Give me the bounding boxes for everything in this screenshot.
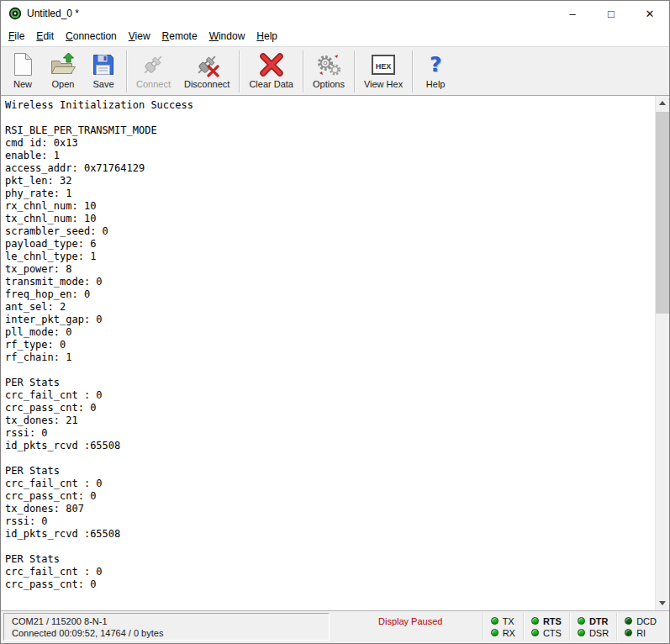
help-button-label: Help	[426, 79, 446, 89]
clear-data-x-icon	[258, 51, 285, 78]
clear-data-button[interactable]: Clear Data	[242, 49, 300, 94]
app-window: Untitled_0 * – □ ✕ File Edit Connection …	[0, 0, 670, 644]
rx-indicator: RX	[491, 628, 515, 638]
disconnect-button-label: Disconnect	[184, 79, 229, 89]
view-hex-button[interactable]: HEX View Hex	[357, 49, 409, 94]
open-button[interactable]: Open	[43, 49, 83, 94]
dcd-indicator-light	[625, 617, 632, 625]
toolbar-separator	[412, 50, 413, 92]
display-paused-label: Display Paused	[378, 613, 442, 641]
terminal-area[interactable]: Wireless Initialization Success RSI_BLE_…	[1, 96, 669, 610]
dtr-indicator-light	[578, 617, 585, 625]
indicator-group-rtscts: RTS CTS	[523, 613, 569, 641]
cts-indicator: CTS	[531, 628, 562, 638]
options-button[interactable]: Options	[306, 49, 351, 94]
scrollbar-thumb[interactable]	[656, 112, 669, 314]
menu-edit[interactable]: Edit	[30, 28, 60, 45]
close-button[interactable]: ✕	[630, 1, 669, 26]
vertical-scrollbar[interactable]	[655, 96, 669, 610]
menu-window[interactable]: Window	[203, 28, 251, 45]
connection-panel: COM21 / 115200 8-N-1 Connected 00:09:52,…	[3, 613, 330, 641]
rts-indicator[interactable]: RTS	[531, 616, 562, 626]
tx-indicator: TX	[491, 616, 515, 626]
dsr-indicator-light	[578, 629, 585, 636]
tx-indicator-light	[491, 617, 499, 625]
options-gears-icon	[315, 51, 342, 78]
minimize-button[interactable]: –	[553, 1, 592, 26]
new-button[interactable]: New	[3, 49, 43, 94]
indicator-group-dcdri: DCD RI	[616, 613, 664, 641]
new-button-label: New	[13, 79, 32, 89]
app-icon	[8, 7, 22, 20]
options-button-label: Options	[313, 79, 345, 89]
menubar: File Edit Connection View Remote Window …	[1, 26, 669, 46]
scroll-down-button[interactable]	[656, 596, 669, 610]
indicator-group-txrx: TX RX	[483, 613, 523, 641]
toolbar: New Open	[1, 46, 669, 96]
open-folder-icon	[50, 51, 76, 78]
terminal-text: Wireless Initialization Success RSI_BLE_…	[1, 96, 669, 594]
menu-help[interactable]: Help	[251, 28, 283, 45]
ri-indicator: RI	[625, 628, 657, 638]
save-button[interactable]: Save	[83, 49, 124, 94]
dcd-indicator: DCD	[625, 616, 657, 626]
toolbar-separator	[303, 50, 303, 92]
window-controls: – □ ✕	[553, 1, 669, 26]
maximize-button[interactable]: □	[592, 1, 630, 26]
connect-button-label: Connect	[136, 79, 171, 89]
rx-indicator-light	[491, 629, 499, 636]
disconnect-button[interactable]: Disconnect	[177, 49, 236, 94]
port-settings-text: COM21 / 115200 8-N-1	[12, 616, 321, 626]
scroll-up-icon	[659, 101, 666, 105]
toolbar-separator	[126, 50, 127, 92]
dtr-indicator[interactable]: DTR	[578, 616, 609, 626]
disconnect-plug-icon	[193, 51, 220, 78]
ri-indicator-light	[625, 629, 632, 636]
scroll-down-icon	[659, 601, 666, 605]
view-hex-button-label: View Hex	[364, 79, 403, 89]
menu-file[interactable]: File	[3, 28, 30, 45]
new-file-icon	[9, 51, 36, 78]
open-button-label: Open	[52, 79, 75, 89]
save-button-label: Save	[92, 79, 113, 89]
save-floppy-icon	[90, 51, 117, 78]
toolbar-separator	[239, 50, 240, 92]
statusbar: COM21 / 115200 8-N-1 Connected 00:09:52,…	[1, 610, 669, 643]
hex-box-icon: HEX	[370, 51, 397, 78]
help-question-icon: ?	[422, 51, 449, 78]
connect-plug-icon	[140, 51, 166, 78]
dsr-indicator: DSR	[578, 628, 609, 638]
indicator-groups: TX RX RTS CTS DT	[483, 613, 664, 641]
cts-indicator-light	[531, 629, 539, 636]
menu-view[interactable]: View	[123, 28, 156, 45]
titlebar: Untitled_0 * – □ ✕	[1, 1, 669, 26]
help-button[interactable]: ? Help	[415, 49, 456, 94]
indicator-group-dtrdsr: DTR DSR	[569, 613, 616, 641]
scrollbar-track[interactable]	[656, 110, 669, 596]
clear-data-button-label: Clear Data	[249, 79, 293, 89]
window-title: Untitled_0 *	[27, 8, 79, 19]
menu-connection[interactable]: Connection	[60, 28, 123, 45]
connect-button[interactable]: Connect	[129, 49, 177, 94]
toolbar-separator	[354, 50, 355, 92]
connection-status-text: Connected 00:09:52, 14764 / 0 bytes	[12, 628, 321, 638]
scroll-up-button[interactable]	[656, 96, 669, 110]
menu-remote[interactable]: Remote	[156, 28, 203, 45]
rts-indicator-light	[531, 617, 539, 625]
